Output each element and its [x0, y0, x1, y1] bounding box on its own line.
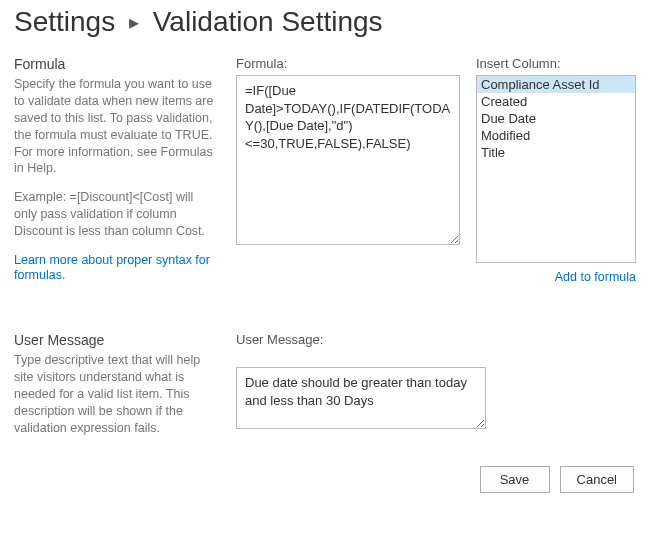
formula-section: Formula Specify the formula you want to … [14, 56, 636, 284]
breadcrumb: Settings ▸ Validation Settings [14, 6, 636, 38]
breadcrumb-root-link[interactable]: Settings [14, 6, 115, 37]
insert-column-item[interactable]: Created [477, 93, 635, 110]
add-to-formula-link[interactable]: Add to formula [555, 270, 636, 284]
cancel-button[interactable]: Cancel [560, 466, 634, 493]
page-title: Validation Settings [153, 6, 383, 37]
insert-column-label: Insert Column: [476, 56, 636, 71]
formula-help-text-1: Specify the formula you want to use to v… [14, 76, 214, 177]
formula-label: Formula: [236, 56, 460, 71]
user-message-help: Type descriptive text that will help sit… [14, 352, 214, 436]
user-message-title: User Message [14, 332, 214, 348]
user-message-input[interactable] [236, 367, 486, 429]
insert-column-list[interactable]: Compliance Asset IdCreatedDue DateModifi… [476, 75, 636, 263]
formula-syntax-link[interactable]: Learn more about proper syntax for formu… [14, 253, 210, 282]
formula-help-text-2: Example: =[Discount]<[Cost] will only pa… [14, 189, 214, 240]
formula-section-title: Formula [14, 56, 214, 72]
user-message-label: User Message: [236, 332, 636, 347]
insert-column-item[interactable]: Title [477, 144, 635, 161]
insert-column-item[interactable]: Compliance Asset Id [477, 76, 635, 93]
insert-column-item[interactable]: Modified [477, 127, 635, 144]
save-button[interactable]: Save [480, 466, 550, 493]
chevron-right-icon: ▸ [129, 11, 139, 33]
insert-column-item[interactable]: Due Date [477, 110, 635, 127]
formula-input[interactable] [236, 75, 460, 245]
user-message-section: User Message Type descriptive text that … [14, 332, 636, 436]
